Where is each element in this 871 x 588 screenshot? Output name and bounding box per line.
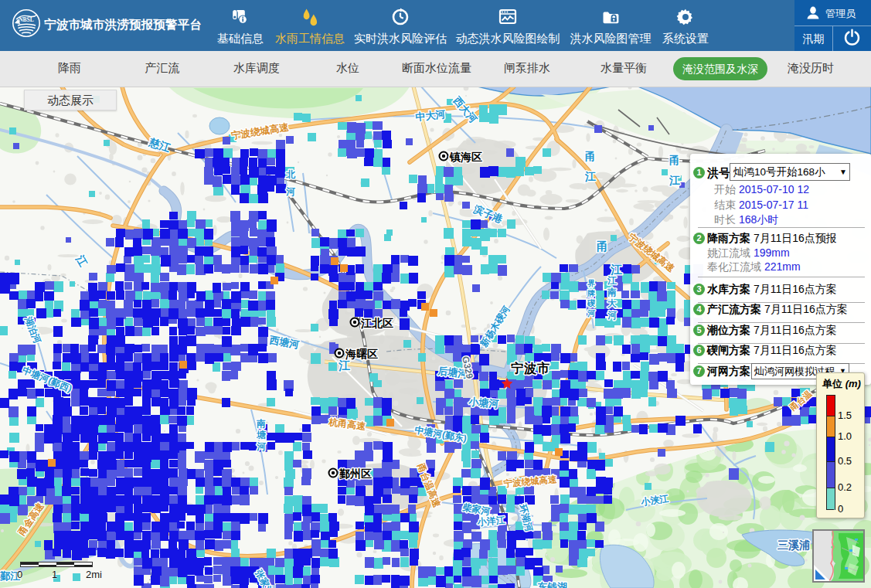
svg-text:甬: 甬 bbox=[597, 240, 608, 253]
svg-text:NBSL: NBSL bbox=[19, 16, 34, 23]
svg-text:江南大河: 江南大河 bbox=[607, 275, 617, 321]
svg-text:江: 江 bbox=[610, 263, 622, 276]
svg-text:江: 江 bbox=[338, 359, 350, 372]
svg-text:南塘河: 南塘河 bbox=[256, 418, 267, 452]
svg-text:宁波市: 宁波市 bbox=[511, 361, 550, 375]
svg-text:三溪浦: 三溪浦 bbox=[777, 539, 810, 552]
svg-text:鄞州区: 鄞州区 bbox=[339, 467, 372, 480]
svg-text:东钱湖: 东钱湖 bbox=[536, 581, 567, 588]
svg-text:镇海区: 镇海区 bbox=[449, 151, 482, 163]
svg-text:江北区: 江北区 bbox=[360, 317, 393, 329]
svg-text:海曙区: 海曙区 bbox=[345, 348, 378, 360]
